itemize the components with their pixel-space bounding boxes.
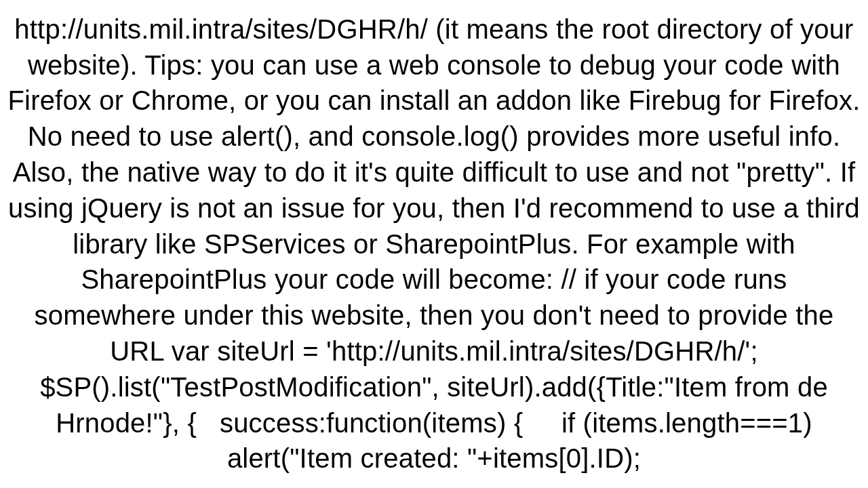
body-text: http://units.mil.intra/sites/DGHR/h/ (it… [7, 12, 861, 476]
document-page: http://units.mil.intra/sites/DGHR/h/ (it… [0, 0, 868, 488]
